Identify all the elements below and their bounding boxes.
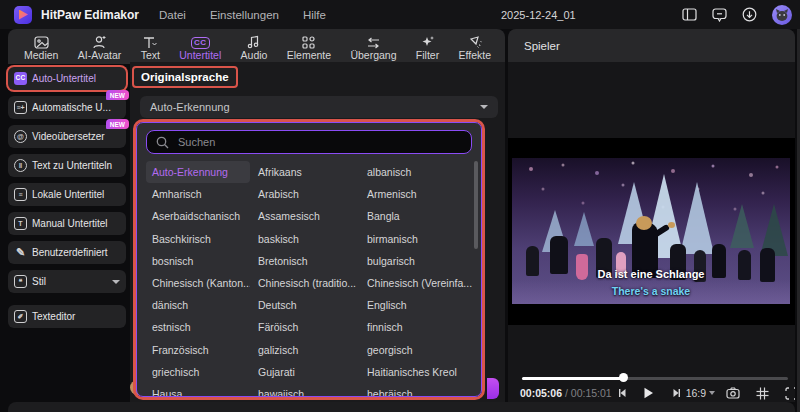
- toolbar: Medien AI-Avatar Text CC Untertitel: [8, 29, 505, 64]
- video-frame[interactable]: Da ist eine Schlange There's a snake: [512, 158, 790, 304]
- timeline-panel-edge: [8, 402, 795, 412]
- sidebar-item-manual-untertitel[interactable]: T Manual Untertitel: [8, 212, 126, 235]
- custom-icon: ✎: [14, 246, 27, 259]
- language-option[interactable]: Bangla: [361, 205, 472, 227]
- language-option[interactable]: bulgarisch: [361, 250, 472, 272]
- sidebar-item-text-zu-untertiteln[interactable]: ‖ Text zu Untertiteln: [8, 154, 126, 177]
- sidebar-item-lokale-untertitel[interactable]: ≡ Lokale Untertitel: [8, 183, 126, 206]
- app-window: HitPaw Edimakor Datei Einstellungen Hilf…: [0, 0, 800, 412]
- app-title: HitPaw Edimakor: [41, 8, 139, 22]
- feedback-icon[interactable]: [712, 8, 727, 22]
- language-option[interactable]: griechisch: [146, 361, 250, 383]
- seek-fill: [522, 377, 623, 380]
- player-panel: Spieler: [508, 29, 795, 402]
- generate-button-partial[interactable]: [487, 378, 499, 399]
- language-option[interactable]: Haitianisches Kreol: [361, 361, 472, 383]
- language-option[interactable]: georgisch: [361, 339, 472, 361]
- grid-icon[interactable]: [748, 387, 777, 400]
- titlebar-icons: [682, 0, 792, 29]
- manual-subtitles-icon: T: [14, 217, 27, 230]
- text-icon: [143, 34, 157, 49]
- play-button[interactable]: [634, 387, 663, 399]
- tab-untertitel[interactable]: CC Untertitel: [179, 34, 221, 62]
- language-option[interactable]: Baschkirisch: [146, 228, 250, 250]
- language-option[interactable]: Englisch: [361, 294, 472, 316]
- filter-icon: [421, 34, 435, 49]
- language-option[interactable]: estnisch: [146, 316, 250, 338]
- sidebar-item-videouebersetzer[interactable]: @ Videoübersetzer NEW: [8, 125, 126, 148]
- language-option[interactable]: Amharisch: [146, 183, 250, 205]
- video-subtitle-de: Da ist eine Schlange: [512, 268, 790, 280]
- step-back-button[interactable]: [612, 388, 634, 398]
- sidebar: CC Auto-Untertitel ≡+ Automatische U... …: [8, 67, 126, 334]
- language-option[interactable]: finnisch: [361, 316, 472, 338]
- language-option[interactable]: Färöisch: [252, 316, 359, 338]
- language-option[interactable]: Auto-Erkennung: [146, 161, 250, 183]
- language-option[interactable]: galizisch: [252, 339, 359, 361]
- language-option[interactable]: Hausa: [146, 383, 250, 397]
- media-icon: [34, 34, 49, 49]
- tab-filter[interactable]: Filter: [416, 34, 439, 62]
- language-option[interactable]: Deutsch: [252, 294, 359, 316]
- sidebar-item-benutzerdefiniert[interactable]: ✎ Benutzerdefiniert: [8, 241, 126, 264]
- tab-audio[interactable]: Audio: [241, 34, 268, 62]
- sidebar-item-automatische-untertitel[interactable]: ≡+ Automatische U... NEW: [8, 96, 126, 119]
- menu-einstellungen[interactable]: Einstellungen: [210, 9, 279, 21]
- style-icon: ❝: [14, 275, 27, 288]
- snapshot-icon[interactable]: [715, 387, 748, 399]
- language-option[interactable]: Bretonisch: [252, 250, 359, 272]
- language-option[interactable]: hawaiisch: [252, 383, 359, 397]
- language-option[interactable]: Chinesisch (traditio...: [252, 272, 359, 294]
- language-option[interactable]: Arabisch: [252, 183, 359, 205]
- language-option[interactable]: Armenisch: [361, 183, 472, 205]
- fullscreen-icon[interactable]: [777, 387, 795, 400]
- download-icon[interactable]: [742, 7, 757, 22]
- time-display: 00:05:06 / 00:15:01: [520, 387, 612, 399]
- dropdown-scrollbar[interactable]: [474, 161, 478, 249]
- seek-bar[interactable]: [522, 373, 788, 383]
- language-option[interactable]: birmanisch: [361, 228, 472, 250]
- player-title: Spieler: [524, 40, 560, 52]
- language-option[interactable]: Assamesisch: [252, 205, 359, 227]
- language-option[interactable]: Französisch: [146, 339, 250, 361]
- lion-head: [636, 216, 652, 230]
- tab-elemente[interactable]: Elemente: [287, 34, 331, 62]
- user-avatar[interactable]: [772, 5, 792, 25]
- subtitle-panel: Originalsprache Auto-Erkennung Auto-Erke…: [130, 62, 505, 402]
- lion-paw: [668, 222, 675, 228]
- tab-medien[interactable]: Medien: [24, 34, 58, 62]
- video-viewport: Da ist eine Schlange There's a snake: [508, 138, 795, 325]
- sidebar-item-auto-untertitel[interactable]: CC Auto-Untertitel: [8, 67, 126, 90]
- language-dropdown-panel: Auto-ErkennungAfrikaansalbanischAmharisc…: [136, 122, 482, 397]
- language-search[interactable]: [146, 130, 472, 154]
- menu-hilfe[interactable]: Hilfe: [303, 9, 326, 21]
- layout-icon[interactable]: [682, 8, 697, 21]
- language-option[interactable]: baskisch: [252, 228, 359, 250]
- language-option[interactable]: hebräisch: [361, 383, 472, 397]
- tab-effekte[interactable]: Effekte: [459, 34, 492, 62]
- sidebar-item-texteditor[interactable]: ✐ Texteditor: [8, 305, 126, 328]
- step-forward-button[interactable]: [663, 388, 686, 398]
- cc-icon: CC: [14, 72, 27, 85]
- tab-ai-avatar[interactable]: AI-Avatar: [78, 34, 122, 62]
- aspect-ratio-value: 16:9: [686, 387, 706, 399]
- sidebar-item-stil[interactable]: ❝ Stil: [8, 270, 126, 293]
- language-option[interactable]: Aserbaidschanisch: [146, 205, 250, 227]
- tab-text[interactable]: Text: [141, 34, 160, 62]
- language-option[interactable]: Chinesisch (Vereinfa...: [361, 272, 472, 294]
- language-option[interactable]: Afrikaans: [252, 161, 359, 183]
- aspect-ratio-select[interactable]: 16:9: [686, 387, 715, 399]
- language-option[interactable]: albanisch: [361, 161, 472, 183]
- language-option[interactable]: dänisch: [146, 294, 250, 316]
- menu-datei[interactable]: Datei: [159, 9, 186, 21]
- tree-shape: [574, 212, 594, 246]
- language-select[interactable]: Auto-Erkennung: [140, 96, 498, 118]
- seek-thumb[interactable]: [619, 373, 628, 382]
- language-option[interactable]: Gujarati: [252, 361, 359, 383]
- tab-uebergang[interactable]: Übergang: [350, 34, 396, 62]
- language-option[interactable]: Chinesisch (Kanton...: [146, 272, 250, 294]
- language-dropdown: Auto-ErkennungAfrikaansalbanischAmharisc…: [133, 119, 485, 400]
- text-to-subtitles-icon: ‖: [14, 159, 27, 172]
- search-input[interactable]: [176, 135, 462, 149]
- language-option[interactable]: bosnisch: [146, 250, 250, 272]
